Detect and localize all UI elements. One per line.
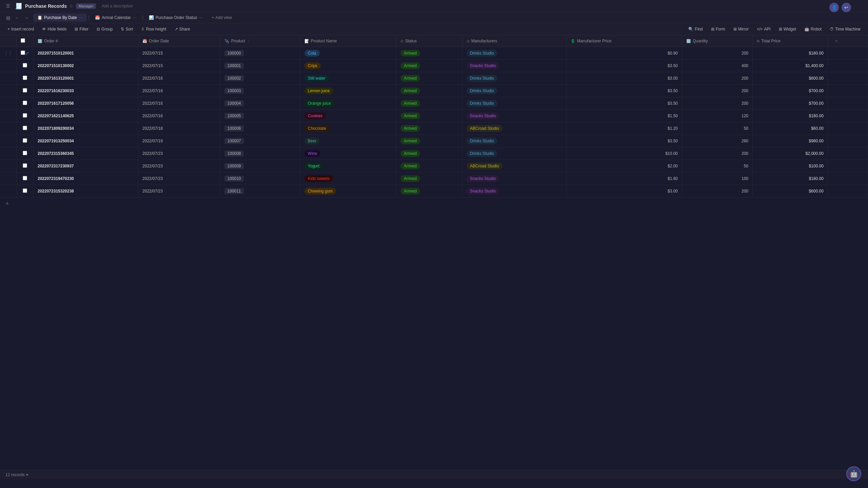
manufacturer-cell: Drinks Studio [462,147,566,160]
add-column-icon[interactable]: + [832,37,841,45]
product-name-cell: Kids sweets [300,172,396,185]
manufacturer-price-cell: $0.90 [567,47,682,60]
row-expand-button[interactable]: ⤢ [25,50,29,56]
filter-button[interactable]: ⊞ Filter [71,25,92,33]
bottom-avatar-button[interactable]: 🤖 [846,466,861,481]
product-code-badge: 100011 [224,188,243,194]
share-button[interactable]: ↗ Share [171,25,194,33]
robot-icon: 🤖 [804,27,809,32]
app-description[interactable]: Add a description [101,4,133,8]
table-row[interactable]: 20220723194702302022/07/23100010Kids swe… [0,172,868,185]
nav-back-btn[interactable]: ← [13,14,21,21]
row-checkbox[interactable] [23,151,27,155]
form-button[interactable]: ⊞ Form [708,25,729,33]
row-checkbox[interactable] [23,113,27,118]
product-col-menu[interactable]: ⋮ [247,39,250,43]
find-button[interactable]: 🔍 Find [685,25,706,33]
nav-sidebar-btn[interactable]: ▤ [4,14,12,21]
manufacturer-price-cell: $3.50 [567,85,682,97]
col-header-product[interactable]: 📎 Product ⋮ [220,35,300,47]
table-row[interactable]: 20220716131200012022/07/16100002Still wa… [0,72,868,85]
table-row[interactable]: 20220716171200562022/07/16100004Orange j… [0,97,868,110]
row-height-button[interactable]: ⇳ Row height [138,25,170,33]
mirror-button[interactable]: ⊞ Mirror [730,25,752,33]
api-button[interactable]: </> API [753,25,774,33]
product-code-cell: 100000 [220,47,300,60]
table-row[interactable]: 20220723172309372022/07/23100009YogurtAr… [0,160,868,172]
col-add-button[interactable]: + [828,35,868,47]
table-row[interactable]: ⋮⋮⤢20220715101200012022/07/15100000ColaA… [0,47,868,60]
action-avatar[interactable]: ↩ [842,3,851,12]
status-badge: Arrived [400,163,420,169]
row-checkbox[interactable] [23,138,27,143]
tab-purchase-order-status-menu[interactable]: ⋯ [199,15,203,20]
table-row[interactable]: 20220716162300332022/07/16100003Lemon ju… [0,85,868,97]
add-view-button[interactable]: + Add view [208,14,235,22]
group-button[interactable]: ⊟ Group [93,25,116,33]
row-checkbox[interactable] [23,101,27,105]
tab-arrival-calendar-icon: 📅 [95,15,100,20]
col-header-total-price[interactable]: fx Total Price [753,35,828,47]
sidebar-toggle[interactable]: ☰ [4,2,12,10]
user-avatar[interactable]: 👤 [829,3,839,12]
table-row[interactable]: 20220723153603452022/07/23100008WineArri… [0,147,868,160]
select-all-checkbox[interactable] [21,38,25,43]
api-label: API [764,27,770,32]
insert-record-button[interactable]: + Insert record [4,25,37,33]
extra-col-cell [828,97,868,110]
col-header-order-num[interactable]: 🔢 Order # [34,35,138,47]
col-header-manufacturers[interactable]: ⊙ Manufacturers [462,35,566,47]
order-id-cell: 2022072319470230 [34,172,138,185]
record-count-dropdown-icon[interactable]: ▾ [26,472,28,477]
tab-arrival-calendar-menu[interactable]: ⋯ [133,15,137,20]
table-row[interactable]: 20220719132500342022/07/19100007BeerArri… [0,135,868,147]
sort-button[interactable]: ⇅ Sort [117,25,136,33]
hide-fields-button[interactable]: 👁 Hide fields [39,25,70,33]
col-header-order-date[interactable]: 📅 Order Date [138,35,220,47]
row-checkbox[interactable] [23,126,27,130]
total-price-cell: $1,400.00 [753,60,828,72]
product-code-badge: 100005 [224,113,243,119]
row-checkbox[interactable] [23,76,27,80]
col-header-manufacturer-price[interactable]: 💲 Manufacturer Price [567,35,682,47]
row-checkbox[interactable] [23,63,27,67]
extra-col-cell [828,147,868,160]
drag-dots[interactable]: ⋮⋮ [4,51,12,56]
row-checkbox[interactable] [23,176,27,180]
tab-arrival-calendar[interactable]: 📅 Arrival Calendar ⋯ [91,14,141,22]
row-checkbox[interactable] [23,163,27,168]
product-code-cell: 100003 [220,85,300,97]
robot-button[interactable]: 🤖 Robot [801,25,825,33]
tab-purchase-order-status-label: Purchase Order Status [156,15,197,20]
col-header-quantity[interactable]: 🔢 Quantity [682,35,752,47]
table-row[interactable]: 20220723153202382022/07/23100011Chewing … [0,185,868,198]
manufacturer-cell: Snacks Studio [462,110,566,122]
col-manufacturers-label: Manufacturers [471,39,497,43]
manufacturer-badge: Snacks Studio [467,62,499,69]
row-checkbox[interactable] [23,188,27,193]
right-toolbar: 🔍 Find ⊞ Form ⊞ Mirror </> API ⊞ Widget … [685,25,864,33]
widget-button[interactable]: ⊞ Widget [775,25,800,33]
product-code-cell: 100009 [220,160,300,172]
order-date-cell: 2022/07/19 [138,135,220,147]
tab-purchase-order-status[interactable]: 📊 Purchase Order Status ⋯ [145,14,207,22]
add-row-button[interactable]: + [0,198,15,210]
col-header-product-name[interactable]: 📝 Product Name [300,35,396,47]
data-table: 🔢 Order # 📅 Order Date 📎 Produc [0,35,868,198]
tab-purchase-by-date[interactable]: 📋 Purchase By Date ⋯ [33,14,87,22]
row-checkbox[interactable] [23,88,27,93]
manufacturer-cell: Drinks Studio [462,85,566,97]
row-checkbox[interactable] [21,50,25,55]
table-row[interactable]: 20220715101300022022/07/15100001CripsArr… [0,60,868,72]
nav-forward-btn[interactable]: → [22,14,31,21]
manufacturer-badge: Drinks Studio [467,150,497,157]
table-row[interactable]: 20220716211406252022/07/16100005CookiesA… [0,110,868,122]
star-icon[interactable]: ☆ [70,4,73,8]
tab-purchase-by-date-menu[interactable]: ⋯ [79,15,83,20]
col-header-status[interactable]: ⊙ Status [396,35,462,47]
tab-sep-2: | [142,15,143,21]
table-row[interactable]: 20220718092000342022/07/18100006Chocolat… [0,122,868,135]
time-machine-icon: ⏱ [830,27,834,32]
quantity-icon: 🔢 [686,39,691,43]
time-machine-button[interactable]: ⏱ Time Machine [826,25,864,33]
